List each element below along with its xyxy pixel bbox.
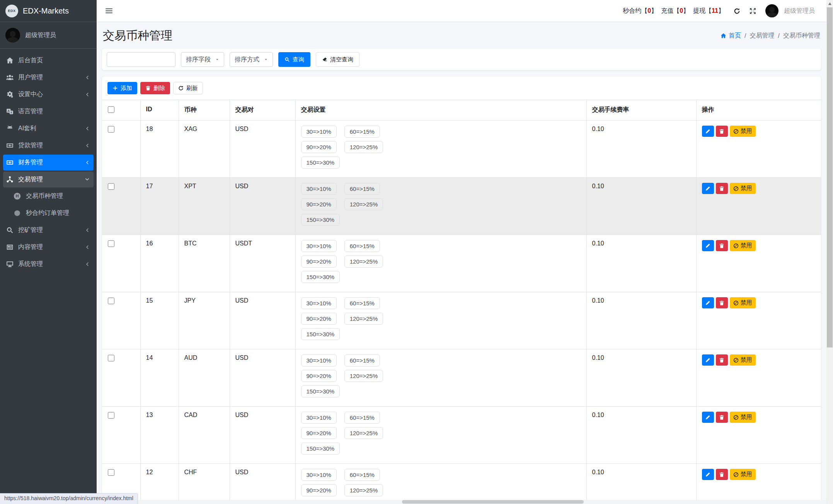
sidebar-item: 系统管理 <box>3 256 94 272</box>
disable-button[interactable]: 禁用 <box>730 354 756 366</box>
query-button[interactable]: 查询 <box>278 52 310 67</box>
trade-setting-chip: 30=>10% <box>301 354 337 366</box>
horizontal-scrollbar-thumb[interactable] <box>402 500 584 504</box>
delete-button[interactable]: 删除 <box>140 82 170 94</box>
trade-setting-chip: 30=>10% <box>301 126 337 138</box>
notification-stat[interactable]: 秒合约【0】 <box>623 7 657 15</box>
sidebar-item-settings[interactable]: 设置中心 <box>3 87 94 102</box>
sidebar-item-content[interactable]: 内容管理 <box>3 239 94 255</box>
sidebar-toggle-button[interactable] <box>105 7 113 15</box>
edit-button[interactable] <box>702 412 714 423</box>
sidebar-item-mining[interactable]: 挖矿管理 <box>3 222 94 238</box>
delete-row-button[interactable] <box>716 469 728 480</box>
delete-row-button[interactable] <box>716 183 728 194</box>
row-checkbox[interactable] <box>108 469 114 476</box>
notification-stat[interactable]: 提现【11】 <box>693 7 724 15</box>
table-row: 16 BTC USDT 30=>10%60=>15%90=>20%120=>25… <box>102 235 821 292</box>
clear-query-button[interactable]: 清空查询 <box>316 52 359 67</box>
breadcrumb-item[interactable]: 首页 <box>721 32 741 40</box>
search-input[interactable] <box>107 52 175 67</box>
edit-button[interactable] <box>702 469 714 480</box>
trade-setting-chip: 150=>30% <box>301 157 340 169</box>
top-navbar: 秒合约【0】充值【0】提现【11】 超级管理员 <box>97 0 826 22</box>
sort-field-select[interactable]: 排序字段 <box>181 52 224 67</box>
vertical-scrollbar-thumb[interactable] <box>827 7 833 347</box>
cell-id: 13 <box>140 407 179 464</box>
row-checkbox[interactable] <box>108 355 114 361</box>
sidebar-item: 财务管理 <box>3 155 94 170</box>
breadcrumb-item: 交易币种管理 <box>783 32 820 40</box>
row-checkbox[interactable] <box>108 298 114 304</box>
navbar-user-menu[interactable]: 超级管理员 <box>765 4 815 17</box>
delete-row-button[interactable] <box>716 297 728 308</box>
select-all-checkbox[interactable] <box>108 106 114 113</box>
trade-settings: 30=>10%60=>15%90=>20%120=>25%150=>30% <box>301 412 402 458</box>
sidebar-item-ai[interactable]: AI套利 <box>3 121 94 136</box>
trade-setting-chip: 30=>10% <box>301 240 337 252</box>
delete-row-button[interactable] <box>716 240 728 251</box>
sidebar-item-users[interactable]: 用户管理 <box>3 70 94 85</box>
cell-currency: XAG <box>179 121 230 178</box>
vertical-scrollbar[interactable] <box>826 0 833 504</box>
disable-button[interactable]: 禁用 <box>730 469 756 480</box>
trash-icon <box>719 358 724 363</box>
trade-setting-chip: 150=>30% <box>301 271 340 283</box>
row-actions: 禁用 <box>702 469 816 480</box>
notification-stat[interactable]: 充值【0】 <box>661 7 689 15</box>
trade-setting-chip: 30=>10% <box>301 297 337 309</box>
trade-setting-chip: 120=>25% <box>344 370 383 382</box>
cell-id: 18 <box>140 121 179 178</box>
pencil-icon <box>705 129 710 134</box>
breadcrumb: 首页 / 交易管理 / 交易币种管理 <box>721 32 820 40</box>
edit-button[interactable] <box>702 183 714 194</box>
row-actions: 禁用 <box>702 240 816 251</box>
edit-button[interactable] <box>702 126 714 137</box>
sidebar-item: 用户管理 <box>3 70 94 85</box>
brand[interactable]: EDX EDX-Markets <box>0 0 97 22</box>
refresh-button[interactable] <box>734 8 740 14</box>
home-icon <box>721 33 726 39</box>
row-checkbox[interactable] <box>108 240 114 247</box>
disable-button[interactable]: 禁用 <box>730 126 756 137</box>
sidebar-subitem: 交易币种管理 <box>3 188 94 204</box>
disable-button[interactable]: 禁用 <box>730 412 756 423</box>
trade-setting-chip: 60=>15% <box>344 126 380 138</box>
sidebar-item-trade-currency[interactable]: 交易币种管理 <box>3 188 94 204</box>
row-checkbox[interactable] <box>108 412 114 419</box>
sidebar-item-trade[interactable]: 交易管理 <box>3 172 94 187</box>
page-title: 交易币种管理 <box>103 28 172 44</box>
sidebar-item-language[interactable]: 语言管理 <box>3 104 94 119</box>
disable-button[interactable]: 禁用 <box>730 183 756 194</box>
navbar-stats[interactable]: 秒合约【0】充值【0】提现【11】 <box>623 7 724 15</box>
add-button[interactable]: 添加 <box>107 82 137 94</box>
pencil-icon <box>705 358 710 363</box>
sidebar-item: 后台首页 <box>3 53 94 68</box>
delete-row-button[interactable] <box>716 354 728 366</box>
disable-button[interactable]: 禁用 <box>730 240 756 251</box>
edit-button[interactable] <box>702 354 714 366</box>
sidebar-item-contract-order[interactable]: 秒合约订单管理 <box>3 205 94 221</box>
currency-table: ID 币种 交易对 交易设置 交易手续费率 操作 18 XAG USD 30=>… <box>102 100 821 504</box>
trade-setting-chip: 120=>25% <box>344 141 383 153</box>
edit-button[interactable] <box>702 240 714 251</box>
cell-pair: USD <box>230 178 295 235</box>
trade-setting-chip: 90=>20% <box>301 141 337 153</box>
sidebar-item-finance[interactable]: 财务管理 <box>3 155 94 170</box>
row-checkbox[interactable] <box>108 183 114 190</box>
chevron-icon <box>85 177 90 182</box>
sidebar-item-system[interactable]: 系统管理 <box>3 256 94 272</box>
sidebar-item-loan[interactable]: 贷款管理 <box>3 138 94 153</box>
delete-row-button[interactable] <box>716 126 728 137</box>
sidebar-user-panel[interactable]: 超级管理员 <box>0 22 97 49</box>
edit-button[interactable] <box>702 297 714 308</box>
disable-button[interactable]: 禁用 <box>730 297 756 308</box>
sort-order-select[interactable]: 排序方式 <box>230 52 273 67</box>
delete-row-button[interactable] <box>716 412 728 423</box>
chevron-icon <box>85 160 90 165</box>
brand-logo-icon: EDX <box>5 5 18 17</box>
sidebar-item-home[interactable]: 后台首页 <box>3 53 94 68</box>
row-checkbox[interactable] <box>108 126 114 133</box>
trade-setting-chip: 150=>30% <box>301 214 340 226</box>
refresh-table-button[interactable]: 刷新 <box>173 82 203 94</box>
fullscreen-button[interactable] <box>750 8 756 14</box>
